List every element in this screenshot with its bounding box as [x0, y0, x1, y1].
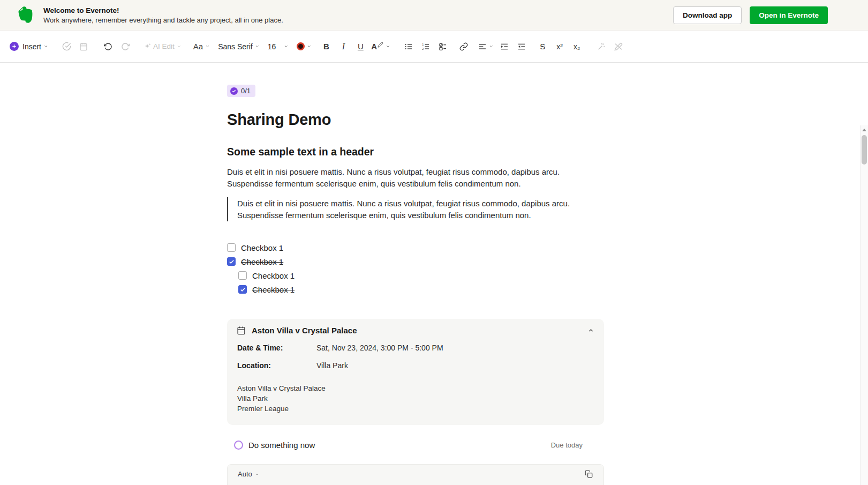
italic-label: I [342, 42, 345, 51]
task-check-icon [62, 42, 71, 51]
progress-count: 0/1 [241, 87, 251, 95]
open-in-evernote-button[interactable]: Open in Evernote [750, 6, 828, 24]
numbered-list-button[interactable]: 12 [418, 38, 434, 55]
code-block: Auto [227, 464, 604, 485]
checkbox-label[interactable]: Checkbox 1 [252, 285, 295, 294]
progress-check-icon [230, 87, 238, 95]
svg-text:1: 1 [422, 43, 424, 46]
vertical-scrollbar[interactable] [860, 125, 868, 485]
checkbox-checked[interactable] [227, 257, 236, 266]
chevron-down-icon [489, 44, 494, 49]
calendar-event-card: Aston Villa v Crystal Palace Date & Time… [227, 319, 604, 425]
text-style-button[interactable]: Aa [192, 38, 212, 55]
outdent-icon [517, 42, 526, 51]
superscript-label: x² [556, 42, 563, 51]
insert-menu-button[interactable]: Insert [8, 38, 50, 55]
checklist-item: Checkbox 1 [238, 282, 604, 296]
download-app-button[interactable]: Download app [673, 6, 742, 24]
indent-icon [500, 42, 509, 51]
task-progress-badge[interactable]: 0/1 [227, 85, 255, 97]
underline-button[interactable]: U [352, 38, 368, 55]
note-canvas: 0/1 Sharing Demo Some sample text in a h… [0, 63, 868, 485]
checkbox-checked[interactable] [238, 285, 247, 294]
calendar-icon [79, 42, 88, 51]
checkbox-label[interactable]: Checkbox 1 [241, 243, 283, 252]
superscript-button[interactable]: x² [552, 38, 568, 55]
bullet-list-icon [404, 42, 413, 51]
align-left-icon [478, 42, 487, 51]
link-button[interactable] [456, 38, 472, 55]
checkbox-unchecked[interactable] [227, 243, 236, 252]
copy-code-icon[interactable] [585, 470, 593, 478]
event-description-line: Villa Park [237, 393, 593, 404]
event-description-line: Premier League [237, 404, 593, 414]
chevron-down-icon [177, 44, 182, 49]
calendar-icon [237, 326, 246, 335]
checkbox-label[interactable]: Checkbox 1 [241, 257, 283, 266]
indent-button[interactable] [496, 38, 512, 55]
font-size-value: 16 [268, 42, 276, 51]
font-family-select[interactable]: Sans Serif [216, 38, 261, 55]
underline-label: U [358, 42, 364, 51]
event-location-row: Location: Villa Park [237, 361, 593, 370]
bullet-list-button[interactable] [401, 38, 417, 55]
font-size-select[interactable]: 16 [266, 38, 291, 55]
strikethrough-button[interactable]: S [534, 38, 550, 55]
ai-sparkle-icon [144, 42, 152, 50]
subscript-button[interactable]: x₂ [569, 38, 585, 55]
font-color-button[interactable] [295, 38, 313, 55]
event-title: Aston Villa v Crystal Palace [252, 326, 357, 335]
chevron-down-icon [386, 44, 390, 49]
undo-icon [104, 42, 112, 51]
italic-button[interactable]: I [335, 38, 351, 55]
location-value: Villa Park [316, 361, 348, 370]
checklist-button[interactable] [435, 38, 451, 55]
datetime-label: Date & Time: [237, 344, 316, 352]
banner-subtitle: Work anywhere, remember everything and t… [43, 16, 283, 24]
outdent-button[interactable] [514, 38, 530, 55]
blockquote[interactable]: Duis et elit in nisi posuere mattis. Nun… [227, 197, 582, 221]
chevron-down-icon [205, 44, 210, 49]
code-language-select[interactable]: Auto [238, 470, 259, 478]
highlight-button[interactable]: A [369, 38, 392, 55]
redo-button[interactable] [117, 38, 133, 55]
scroll-up-arrow[interactable] [862, 129, 866, 131]
chevron-down-icon [284, 44, 289, 49]
highlight-pen-icon [378, 42, 383, 48]
code-language-value: Auto [238, 470, 252, 478]
note-title[interactable]: Sharing Demo [227, 111, 604, 129]
font-color-swatch [297, 42, 305, 50]
chevron-down-icon [307, 44, 312, 49]
chevron-up-icon[interactable] [587, 327, 594, 334]
task-due-date[interactable]: Due today [551, 441, 583, 449]
checklist-item: Checkbox 1 [238, 268, 604, 282]
checkbox-label[interactable]: Checkbox 1 [252, 271, 295, 280]
event-description-line: Aston Villa v Crystal Palace [237, 383, 593, 393]
insert-calendar-event-button[interactable] [76, 38, 92, 55]
bold-button[interactable]: B [318, 38, 334, 55]
ai-edit-button[interactable]: AI Edit [142, 38, 183, 55]
font-family-value: Sans Serif [218, 42, 253, 51]
datetime-value: Sat, Nov 23, 2024, 3:00 PM - 5:00 PM [316, 344, 443, 352]
scrollbar-thumb[interactable] [862, 135, 867, 165]
svg-text:2: 2 [422, 47, 424, 50]
checklist: Checkbox 1 Checkbox 1 Checkbox 1 Checkbo… [227, 241, 604, 296]
undo-button[interactable] [100, 38, 116, 55]
align-button[interactable] [477, 38, 495, 55]
checkbox-unchecked[interactable] [238, 271, 247, 280]
highlight-label: A [371, 42, 377, 51]
strikethrough-label: S [540, 42, 545, 51]
chevron-down-icon [255, 472, 259, 476]
insert-task-button[interactable] [58, 38, 74, 55]
task-title[interactable]: Do something now [248, 441, 315, 450]
event-datetime-row: Date & Time: Sat, Nov 23, 2024, 3:00 PM … [237, 344, 593, 352]
link-icon [459, 42, 468, 51]
magic-format-button[interactable] [593, 38, 609, 55]
magic-wand-icon [597, 42, 606, 51]
section-header[interactable]: Some sample text in a header [227, 146, 604, 158]
clear-formatting-button[interactable] [610, 38, 627, 55]
body-paragraph[interactable]: Duis et elit in nisi posuere mattis. Nun… [227, 166, 582, 189]
task-complete-toggle[interactable] [234, 441, 243, 450]
chevron-down-icon [255, 44, 260, 49]
event-card-header[interactable]: Aston Villa v Crystal Palace [227, 319, 604, 340]
